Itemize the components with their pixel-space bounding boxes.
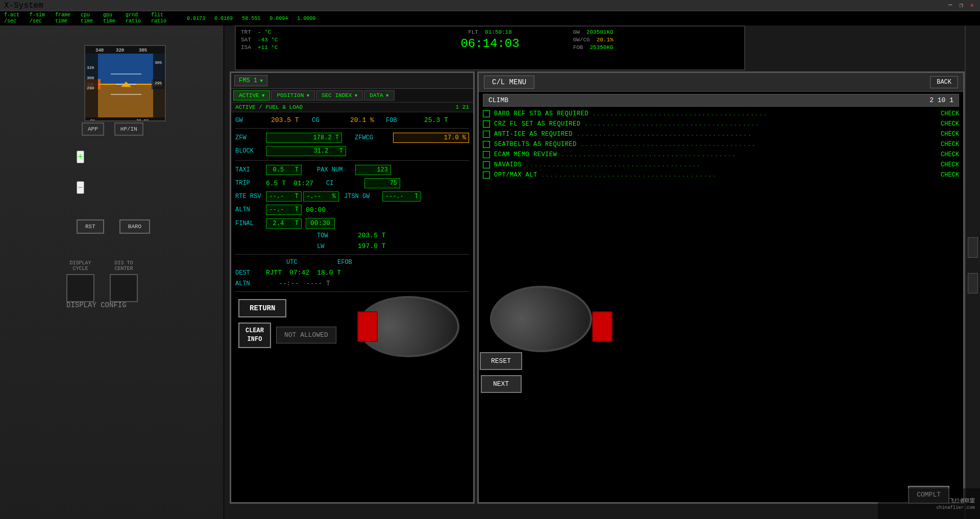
taxi-label: TAXI [235, 166, 263, 174]
cg-value: 20.1 % [350, 116, 381, 124]
return-button[interactable]: RETURN [238, 299, 286, 317]
gwcg-label: GW/CG [573, 37, 590, 43]
cl-check-2: CHECK [941, 120, 959, 128]
svg-text:29.92: 29.92 [136, 118, 149, 121]
gwcg-row: GW/CG 20.1% [573, 37, 739, 43]
right-side-btn-2[interactable] [968, 273, 978, 293]
cl-panel-header: C/L MENU BACK [479, 73, 963, 92]
zfwcg-input[interactable] [393, 133, 469, 143]
cl-checkbox-5[interactable]: ■ [483, 151, 490, 158]
cl-items-list: ■ BARO REF STD AS REQUIRED .............… [479, 109, 963, 180]
app-button[interactable]: APP [82, 122, 104, 136]
cl-checkbox-1[interactable]: ■ [483, 110, 490, 117]
isa-label: ISA [241, 44, 251, 51]
cl-phase-label: CLIMB [488, 96, 508, 104]
weather-right: GW 203501KG GW/CG 20.1% FOB 25350KG [573, 29, 739, 67]
cl-checkbox-3[interactable]: ■ [483, 131, 490, 138]
close-button[interactable]: ✕ [968, 2, 976, 9]
sysinfo-flit: flit ratio [151, 12, 166, 24]
isa-value: +11 °C [258, 44, 278, 51]
rst-button[interactable]: RST [77, 219, 104, 234]
altn-row: ALTN 00:00 [235, 205, 469, 215]
svg-text:320: 320 [116, 48, 124, 53]
cl-checkbox-2[interactable]: ■ [483, 120, 490, 128]
dest-label: DEST [235, 269, 263, 277]
altn-fuel-input[interactable] [266, 205, 302, 215]
cl-phase-bar: CLIMB 2 10 1 [483, 94, 959, 107]
cl-text-4: SEATBELTS AS REQUIRED ..................… [494, 141, 937, 148]
final-time: 00:30 [306, 218, 335, 229]
trt-row: TRT - °C [241, 29, 407, 35]
weather-center: FLT 01:50:18 06:14:03 [407, 29, 573, 67]
dest-efob: 18.0 T [317, 269, 341, 277]
pax-num-input[interactable] [355, 165, 391, 175]
display-cycle-group: DISPLAYCYCLE [66, 260, 94, 302]
cl-checkbox-6[interactable]: ■ [483, 161, 490, 168]
cl-title: C/L MENU [484, 76, 534, 89]
cl-item-4: ■ SEATBELTS AS REQUIRED ................… [479, 139, 963, 150]
red-switch-left[interactable] [357, 311, 378, 342]
cl-check-4: CHECK [941, 141, 959, 148]
sysinfo-bar: f-act /sec f-sim /sec frame time cpu tim… [0, 11, 980, 26]
svg-text:340: 340 [95, 48, 104, 53]
trip-ci-row: TRIP 6.5 T 01:27 CI [235, 178, 469, 188]
maximize-button[interactable]: ❐ [958, 2, 965, 9]
cl-check-7: CHECK [941, 171, 959, 179]
titlebar-title: X-System [4, 1, 43, 10]
cl-text-1: BARO REF STD AS REQUIRED ...............… [494, 110, 937, 117]
jtsn-gw-input[interactable] [382, 191, 421, 202]
right-side-btn-1[interactable] [968, 237, 978, 258]
dest-id: RJTT [266, 269, 282, 277]
clock-display: 06:14:03 [460, 37, 519, 51]
altn-time: 00:00 [306, 206, 326, 214]
display-cycle-button[interactable] [66, 274, 94, 302]
cl-checkbox-4[interactable]: ■ [483, 141, 490, 148]
left-top-buttons: APP HP/IN [82, 122, 143, 136]
block-input[interactable] [266, 146, 346, 156]
nav-position-button[interactable]: POSITION [271, 90, 315, 101]
nav-data-button[interactable]: DATA [364, 90, 394, 101]
altn-label: ALTN [235, 206, 263, 213]
minimize-button[interactable]: — [946, 2, 954, 9]
reset-button[interactable]: RESET [480, 352, 522, 370]
nav-sec-index-button[interactable]: SEC INDEX [316, 90, 363, 101]
utc-label: UTC [286, 259, 322, 266]
baro-button[interactable]: BARO [119, 219, 150, 234]
right-knob[interactable] [490, 286, 592, 352]
ci-input[interactable] [364, 178, 400, 188]
zfw-input[interactable] [266, 133, 342, 143]
cl-item-7: ■ OPT/MAX ALT ..........................… [479, 170, 963, 180]
logo-text: 飞行者联盟 chinaflier.com [936, 497, 975, 510]
ah-plus-button[interactable]: + [77, 151, 84, 163]
dis-to-center-button[interactable] [110, 274, 138, 302]
taxi-pax-row: TAXI PAX NUM [235, 165, 469, 175]
sysinfo-grnd: grnd ratio [126, 12, 141, 24]
red-switch-right[interactable] [592, 311, 612, 342]
rte-rsv-fuel-input[interactable] [266, 191, 302, 202]
info-label: INFO [248, 335, 262, 344]
clear-info-button[interactable]: CLEAR INFO [238, 323, 271, 348]
final-row: FINAL 00:30 [235, 218, 469, 229]
fms-selector-dropdown[interactable]: FMS 1 [234, 75, 267, 86]
taxi-input[interactable] [266, 165, 302, 175]
dest-row: DEST RJTT 07:42 18.0 T [235, 269, 469, 277]
cl-checkbox-7[interactable]: ■ [483, 171, 490, 179]
cl-item-5: ■ ECAM MEMO REVIEW .....................… [479, 150, 963, 160]
cl-item-1: ■ BARO REF STD AS REQUIRED .............… [479, 109, 963, 119]
sysinfo-fact: f-act /sec [4, 12, 19, 24]
cl-text-6: NAVAIDS ................................… [494, 161, 937, 168]
svg-rect-23 [85, 117, 166, 121]
final-fuel-input[interactable] [266, 218, 302, 229]
gw-row: GW 203501KG [573, 29, 739, 35]
ah-minus-button[interactable]: − [77, 181, 84, 194]
nav-active-button[interactable]: ACTIVE [233, 90, 270, 101]
rte-rsv-pct-input[interactable] [303, 191, 339, 202]
hpin-button[interactable]: HP/IN [114, 122, 143, 136]
cl-item-6: ■ NAVAIDS ..............................… [479, 160, 963, 170]
back-button[interactable]: BACK [930, 76, 958, 88]
svg-text:295: 295 [155, 81, 162, 85]
rte-rsv-label: RTE RSV [235, 193, 263, 200]
altn2-efob: ---- T [306, 280, 330, 287]
next-button[interactable]: NEXT [481, 375, 522, 393]
fms-header: FMS 1 [231, 73, 473, 89]
